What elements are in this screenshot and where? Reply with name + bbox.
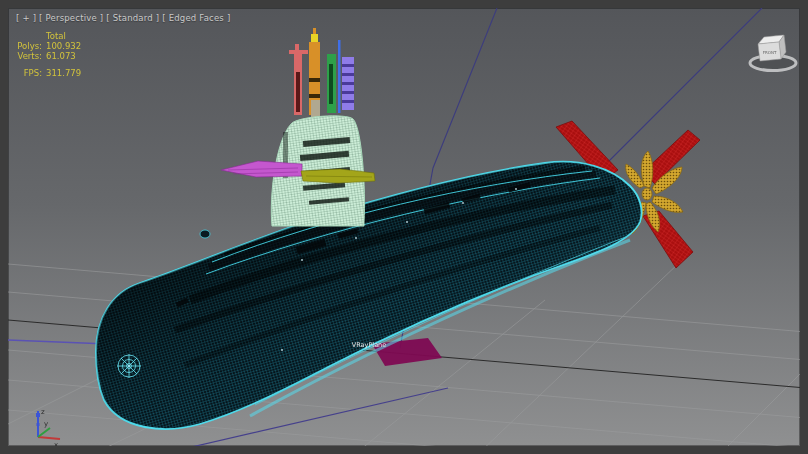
submarine-hull[interactable] [96, 162, 642, 429]
mast-blue-antenna[interactable] [338, 40, 341, 113]
stats-fps-row: FPS: 311.779 [14, 68, 81, 78]
stats-total-label: Total [46, 31, 66, 41]
mast-purple[interactable] [342, 57, 354, 110]
stats-polys-value: 100.932 [46, 41, 81, 51]
periscope-masts[interactable] [289, 28, 354, 118]
perspective-viewport[interactable]: VRayPlane FRONT x y z [ + ] [ Perspectiv… [8, 8, 800, 446]
stats-polys-row: Polys: 100.932 [14, 41, 81, 51]
axis-x-label: x [54, 441, 58, 446]
statistics-overlay: Total Polys: 100.932 Verts: 61.073 FPS: … [14, 31, 81, 78]
axis-y-label: y [44, 420, 48, 428]
deck-sensor-bump [200, 230, 210, 238]
mast-green[interactable] [327, 54, 336, 113]
scene-canvas[interactable]: VRayPlane FRONT x y z [8, 8, 800, 446]
object-name-label: VRayPlane [352, 341, 386, 349]
axis-z-label: z [41, 408, 45, 416]
stats-fps-value: 311.779 [46, 68, 81, 78]
plane-edge-line-left [8, 340, 108, 344]
stats-verts-row: Verts: 61.073 [14, 51, 81, 61]
mast-tan[interactable] [311, 100, 320, 118]
stats-total-row: Total [14, 31, 81, 41]
viewport-menus-label[interactable]: [ + ] [ Perspective ] [ Standard ] [ Edg… [16, 13, 230, 23]
stats-verts-label: Verts: [14, 51, 42, 61]
app-window: { "viewport": { "label": "[ + ] [ Perspe… [0, 0, 808, 454]
stats-verts-value: 61.073 [46, 51, 76, 61]
stats-fps-label: FPS: [14, 68, 42, 78]
propeller-hub [642, 188, 652, 200]
viewcube-front-label: FRONT [763, 50, 777, 55]
viewcube-icon[interactable]: FRONT [750, 35, 796, 71]
stats-polys-label: Polys: [14, 41, 42, 51]
mast-red[interactable] [289, 44, 308, 115]
